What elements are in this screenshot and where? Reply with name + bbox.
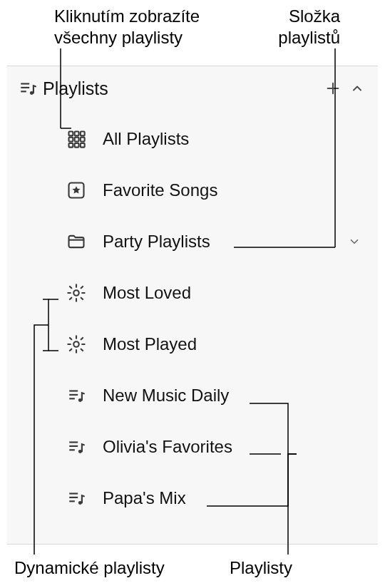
svg-rect-11 <box>81 138 85 142</box>
grid-icon <box>64 127 88 151</box>
item-label: Olivia's Favorites <box>64 437 232 457</box>
svg-point-17 <box>73 290 78 295</box>
sidebar-item-papas-mix[interactable]: Papa's Mix <box>7 473 378 524</box>
playlists-list: All Playlists Favorite Songs Party Playl… <box>7 110 378 531</box>
svg-rect-12 <box>69 143 73 148</box>
star-box-icon <box>64 178 88 202</box>
callout-folder: Složka playlistů <box>258 6 340 48</box>
playlist-icon <box>64 435 88 459</box>
callout-smart-playlists: Dynamické playlisty <box>14 557 165 579</box>
sidebar-item-all-playlists[interactable]: All Playlists <box>7 113 378 165</box>
sidebar-item-new-music-daily[interactable]: New Music Daily <box>7 370 378 421</box>
sidebar-item-favorite-songs[interactable]: Favorite Songs <box>7 165 378 216</box>
svg-rect-7 <box>75 132 79 136</box>
playlists-sidebar: Playlists All Playlists <box>7 66 378 545</box>
playlist-icon <box>64 486 88 510</box>
gear-icon <box>64 281 88 305</box>
sidebar-item-most-loved[interactable]: Most Loved <box>7 267 378 319</box>
folder-icon <box>64 229 88 254</box>
add-playlist-button[interactable] <box>321 76 345 100</box>
svg-rect-14 <box>81 143 85 148</box>
gear-icon <box>64 332 88 356</box>
sidebar-item-olivias-favorites[interactable]: Olivia's Favorites <box>7 421 378 473</box>
chevron-down-icon[interactable] <box>342 229 366 254</box>
playlist-icon <box>64 383 88 408</box>
callout-playlists: Playlisty <box>230 557 292 579</box>
section-title: Playlists <box>17 78 321 99</box>
svg-rect-6 <box>69 132 73 136</box>
sidebar-item-most-played[interactable]: Most Played <box>7 319 378 370</box>
callout-all-playlists: Kliknutím zobrazíte všechny playlisty <box>54 6 232 48</box>
svg-rect-8 <box>81 132 85 136</box>
item-label: New Music Daily <box>64 386 229 406</box>
sidebar-item-party-playlists-folder[interactable]: Party Playlists <box>7 216 378 267</box>
playlist-section-icon <box>17 78 38 99</box>
collapse-section-button[interactable] <box>345 76 369 100</box>
svg-point-18 <box>73 341 78 346</box>
svg-rect-13 <box>75 143 79 148</box>
playlists-header[interactable]: Playlists <box>7 66 378 110</box>
svg-rect-9 <box>69 138 73 142</box>
svg-rect-10 <box>75 138 79 142</box>
